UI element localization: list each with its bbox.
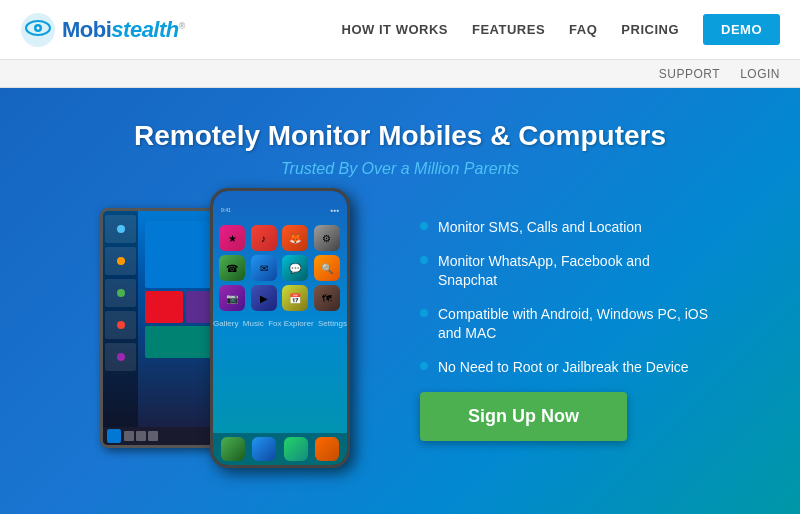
devices-mockup: 9:41 ●●● ★ ♪ 🦊 ⚙ ☎ ✉ 💬 🔍 📷 ▶ � xyxy=(80,188,400,488)
logo-text: Mobistealth® xyxy=(62,17,185,43)
hero-section: Remotely Monitor Mobiles & Computers Tru… xyxy=(0,88,800,514)
bullet-icon xyxy=(420,256,428,264)
feature-item-4: No Need to Root or Jailbreak the Device xyxy=(420,358,710,378)
hero-subtitle: Trusted By Over a Million Parents xyxy=(281,160,519,178)
features-list: Monitor SMS, Calls and Location Monitor … xyxy=(400,188,740,441)
support-link[interactable]: SUPPORT xyxy=(659,67,720,81)
hero-content: 9:41 ●●● ★ ♪ 🦊 ⚙ ☎ ✉ 💬 🔍 📷 ▶ � xyxy=(0,188,800,488)
sub-nav: SUPPORT LOGIN xyxy=(0,60,800,88)
feature-item-3: Compatible with Android, Windows PC, iOS… xyxy=(420,305,710,344)
nav-how-it-works[interactable]: HOW IT WORKS xyxy=(342,22,448,37)
feature-item-2: Monitor WhatsApp, Facebook and Snapchat xyxy=(420,252,710,291)
bullet-icon xyxy=(420,309,428,317)
bullet-icon xyxy=(420,362,428,370)
nav-faq[interactable]: FAQ xyxy=(569,22,597,37)
nav-pricing[interactable]: PRICING xyxy=(621,22,679,37)
svg-point-3 xyxy=(37,26,40,29)
bullet-icon xyxy=(420,222,428,230)
feature-item-1: Monitor SMS, Calls and Location xyxy=(420,218,710,238)
nav-features[interactable]: FEATURES xyxy=(472,22,545,37)
logo-icon xyxy=(20,12,56,48)
phone-device: 9:41 ●●● ★ ♪ 🦊 ⚙ ☎ ✉ 💬 🔍 📷 ▶ � xyxy=(210,188,350,468)
hero-title: Remotely Monitor Mobiles & Computers xyxy=(134,120,666,152)
login-link[interactable]: LOGIN xyxy=(740,67,780,81)
logo[interactable]: Mobistealth® xyxy=(20,12,185,48)
nav-links: HOW IT WORKS FEATURES FAQ PRICING DEMO xyxy=(342,14,780,45)
demo-button[interactable]: DEMO xyxy=(703,14,780,45)
main-nav: Mobistealth® HOW IT WORKS FEATURES FAQ P… xyxy=(0,0,800,60)
signup-button[interactable]: Sign Up Now xyxy=(420,392,627,441)
